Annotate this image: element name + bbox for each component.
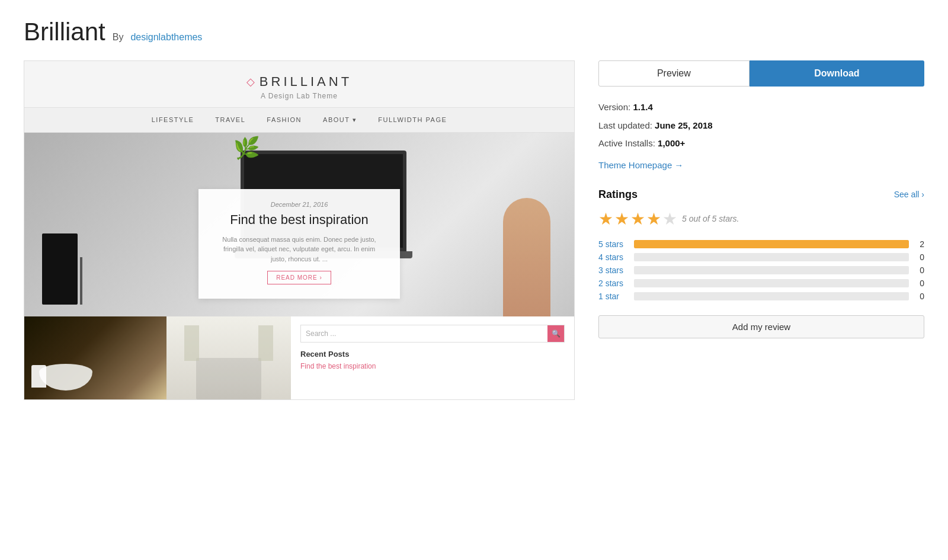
bar-count-1: 0 <box>915 292 924 301</box>
stars-summary: ★ ★ ★ ★ ★ 5 out of 5 stars. <box>598 209 924 229</box>
version-label: Version: <box>598 102 630 112</box>
bar-track-1 <box>634 292 909 300</box>
download-button[interactable]: Download <box>750 60 924 87</box>
bar-label-1: 1 star <box>598 292 628 301</box>
bottom-food-image <box>24 316 166 399</box>
author-link[interactable]: designlabthemes <box>130 32 202 43</box>
rating-bar-3stars: 3 stars 0 <box>598 265 924 275</box>
theme-header: ◇ BRILLIANT A Design Lab Theme <box>24 61 574 107</box>
diamond-icon: ◇ <box>246 75 255 88</box>
ratings-header: Ratings See all › <box>598 188 924 201</box>
bar-track-5 <box>634 240 909 248</box>
star-5: ★ <box>662 209 677 229</box>
bar-track-3 <box>634 266 909 274</box>
star-4: ★ <box>646 209 661 229</box>
bottom-room-image <box>166 316 291 399</box>
bar-track-4 <box>634 253 909 261</box>
rating-bar-5stars: 5 stars 2 <box>598 239 924 249</box>
star-3: ★ <box>630 209 645 229</box>
hero-body: Nulla consequat massa quis enim. Donec p… <box>216 235 382 264</box>
preview-search-button: 🔍 <box>547 325 564 342</box>
ratings-title: Ratings <box>598 188 638 201</box>
recent-post-item: Find the best inspiration <box>300 362 565 370</box>
stars-text: 5 out of 5 stars. <box>682 214 739 223</box>
preview-search-box: Search ... 🔍 <box>300 325 565 343</box>
main-layout: ◇ BRILLIANT A Design Lab Theme LIFESTYLE… <box>24 60 924 400</box>
nav-item-travel: TRAVEL <box>215 116 245 124</box>
theme-homepage-arrow: → <box>674 160 683 170</box>
page-title: Brilliant <box>24 18 105 46</box>
theme-logo-area: ◇ BRILLIANT <box>30 74 568 89</box>
version-row: Version: 1.1.4 <box>598 101 924 114</box>
hero-hand <box>503 198 550 316</box>
theme-nav: LIFESTYLE TRAVEL FASHION ABOUT ▾ FULLWID… <box>24 107 574 133</box>
active-installs-value: 1,000+ <box>658 138 685 148</box>
bar-count-4: 0 <box>915 252 924 262</box>
hero-headline: Find the best inspiration <box>216 212 382 229</box>
bottom-sidebar-widget: Search ... 🔍 Recent Posts Find the best … <box>291 316 574 399</box>
last-updated-value: June 25, 2018 <box>655 120 713 130</box>
bar-label-3: 3 stars <box>598 265 628 275</box>
sidebar: Preview Download Version: 1.1.4 Last upd… <box>598 60 924 338</box>
bar-label-4: 4 stars <box>598 252 628 262</box>
version-value: 1.1.4 <box>633 102 652 112</box>
stars-display: ★ ★ ★ ★ ★ <box>598 209 677 229</box>
bar-count-5: 2 <box>915 239 924 249</box>
rating-bar-1star: 1 star 0 <box>598 292 924 301</box>
theme-brand-name: BRILLIANT <box>260 74 352 89</box>
theme-homepage-link[interactable]: Theme Homepage → <box>598 160 683 170</box>
last-updated-label: Last updated: <box>598 120 652 130</box>
hero-read-more-btn: READ MORE › <box>267 271 331 284</box>
action-buttons: Preview Download <box>598 60 924 87</box>
preview-inner: ◇ BRILLIANT A Design Lab Theme LIFESTYLE… <box>24 61 574 399</box>
nav-item-fashion: FASHION <box>267 116 302 124</box>
active-installs-label: Active Installs: <box>598 138 655 148</box>
nav-item-lifestyle: LIFESTYLE <box>152 116 194 124</box>
rating-bars: 5 stars 2 4 stars 0 3 stars <box>598 239 924 301</box>
active-installs-row: Active Installs: 1,000+ <box>598 137 924 151</box>
theme-hero: 🌿 December 21, 2016 Find the best inspir… <box>24 133 574 316</box>
rating-bar-2stars: 2 stars 0 <box>598 279 924 288</box>
bar-label-5: 5 stars <box>598 239 628 249</box>
ratings-section: Ratings See all › ★ ★ ★ ★ ★ 5 out of 5 s… <box>598 188 924 338</box>
star-1: ★ <box>598 209 613 229</box>
star-2: ★ <box>614 209 629 229</box>
theme-tagline: A Design Lab Theme <box>30 92 568 100</box>
bar-track-2 <box>634 279 909 287</box>
preview-button[interactable]: Preview <box>598 60 750 87</box>
recent-posts-title: Recent Posts <box>300 350 565 359</box>
rating-bar-4stars: 4 stars 0 <box>598 252 924 262</box>
theme-homepage-label: Theme Homepage <box>598 160 672 170</box>
nav-item-about: ABOUT ▾ <box>323 116 357 124</box>
meta-info: Version: 1.1.4 Last updated: June 25, 20… <box>598 101 924 171</box>
preview-search-placeholder: Search ... <box>301 327 547 341</box>
hero-plant-icon: 🌿 <box>233 136 260 161</box>
last-updated-row: Last updated: June 25, 2018 <box>598 119 924 133</box>
hero-notebook <box>42 233 78 305</box>
theme-bottom-row: Search ... 🔍 Recent Posts Find the best … <box>24 316 574 399</box>
see-all-link[interactable]: See all › <box>894 190 924 199</box>
page-header: Brilliant By designlabthemes <box>24 18 924 46</box>
bar-label-2: 2 stars <box>598 279 628 288</box>
hero-pen <box>80 257 82 305</box>
bar-count-3: 0 <box>915 265 924 275</box>
page-by-label: By <box>113 32 124 43</box>
nav-item-fullwidth: FULLWIDTH PAGE <box>378 116 447 124</box>
bar-fill-5 <box>634 240 909 248</box>
bar-count-2: 0 <box>915 279 924 288</box>
add-review-button[interactable]: Add my review <box>598 315 924 338</box>
hero-overlay-card: December 21, 2016 Find the best inspirat… <box>198 189 400 299</box>
theme-preview: ◇ BRILLIANT A Design Lab Theme LIFESTYLE… <box>24 60 575 400</box>
hero-date: December 21, 2016 <box>216 201 382 208</box>
